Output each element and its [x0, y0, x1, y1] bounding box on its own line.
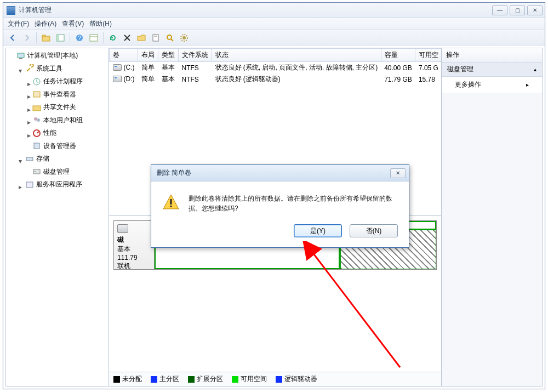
twisty-icon[interactable]: ▾: [17, 66, 24, 76]
svg-rect-14: [18, 53, 24, 58]
search-button[interactable]: [164, 32, 176, 44]
svg-text:?: ?: [78, 35, 81, 41]
col-volume[interactable]: 卷: [110, 49, 138, 62]
menu-file[interactable]: 文件(F): [8, 19, 29, 29]
performance-icon: [32, 129, 41, 138]
legend-swatch-primary: [151, 376, 157, 383]
drive-icon: [113, 64, 122, 71]
svg-rect-18: [33, 106, 41, 111]
tree-shared-folders[interactable]: 共享文件夹: [32, 102, 76, 112]
disk-icon: [32, 167, 41, 176]
legend: 未分配 主分区 扩展分区 可用空间 逻辑驱动器: [109, 372, 441, 386]
col-status[interactable]: 状态: [212, 49, 381, 62]
panel-icon: [56, 33, 65, 42]
device-icon: [32, 141, 41, 150]
computer-icon: [16, 52, 25, 60]
panel-toggle-button[interactable]: [54, 32, 66, 44]
up-button[interactable]: [40, 32, 52, 44]
svg-rect-22: [34, 143, 39, 149]
gear-icon: [180, 33, 189, 42]
yes-button[interactable]: 是(Y): [294, 224, 342, 237]
forward-icon: [22, 33, 31, 42]
confirm-delete-dialog: 删除 简单卷 ✕ 删除此卷将清除其上的所有数据。请在删除之前备份所有希望保留的数…: [151, 164, 409, 248]
tree-device-manager[interactable]: 设备管理器: [32, 141, 76, 151]
toolbar: ?: [3, 30, 545, 46]
table-row[interactable]: (C:) 简单 基本 NTFS 状态良好 (系统, 启动, 页面文件, 活动, …: [110, 62, 442, 74]
back-icon: [8, 33, 17, 42]
svg-rect-17: [33, 92, 40, 97]
actions-section-disk-management[interactable]: 磁盘管理 ▴: [442, 63, 542, 77]
legend-swatch-extended: [188, 376, 195, 383]
svg-rect-8: [153, 35, 158, 41]
svg-rect-1: [42, 35, 45, 37]
refresh-icon: [109, 33, 117, 42]
table-header-row[interactable]: 卷 布局 类型 文件系统 状态 容量 可用空: [110, 49, 442, 62]
properties-button[interactable]: [150, 32, 162, 44]
console-tree-button[interactable]: [88, 32, 100, 44]
tree-event-viewer[interactable]: 事件查看器: [32, 89, 76, 100]
app-icon: [7, 6, 15, 15]
tree-root[interactable]: 计算机管理(本地): [16, 50, 78, 61]
collapse-icon: ▴: [534, 66, 536, 72]
titlebar: 计算机管理 — ▢ ✕: [3, 3, 545, 18]
svg-rect-3: [56, 35, 59, 41]
folder-icon: [42, 33, 50, 42]
menu-view[interactable]: 查看(V): [62, 19, 84, 29]
menu-action[interactable]: 操作(A): [35, 19, 56, 29]
tree-disk-management[interactable]: 磁盘管理: [32, 167, 70, 177]
col-capacity[interactable]: 容量: [381, 49, 415, 62]
no-button[interactable]: 否(N): [350, 224, 398, 237]
minimize-button[interactable]: —: [492, 5, 507, 15]
col-type[interactable]: 类型: [158, 49, 179, 62]
refresh-button[interactable]: [107, 32, 119, 44]
table-row[interactable]: (D:) 简单 基本 NTFS 状态良好 (逻辑驱动器) 71.79 GB 15…: [110, 73, 442, 85]
tree-storage[interactable]: 存储: [25, 154, 49, 164]
drive-icon: [113, 76, 122, 82]
svg-rect-24: [33, 169, 40, 174]
tree-system-tools[interactable]: 系统工具: [25, 64, 62, 74]
svg-line-11: [171, 39, 173, 41]
legend-swatch-unallocated: [113, 376, 120, 383]
help-button[interactable]: ?: [73, 32, 85, 44]
tree-pane[interactable]: 计算机管理(本地) ▾ 系统工具 ▸任务计划程序: [6, 48, 109, 386]
delete-icon: [123, 33, 132, 42]
settings-button[interactable]: [178, 32, 190, 44]
maximize-button[interactable]: ▢: [510, 5, 525, 15]
close-button[interactable]: ✕: [527, 5, 543, 15]
actions-more[interactable]: 更多操作 ▸: [442, 77, 542, 93]
delete-button[interactable]: [121, 32, 133, 44]
svg-rect-6: [90, 35, 98, 41]
tools-icon: [25, 64, 34, 73]
disk-mini-icon: [117, 224, 128, 233]
services-icon: [25, 180, 34, 189]
dialog-close-button[interactable]: ✕: [390, 168, 406, 178]
share-icon: [32, 103, 41, 112]
open-button[interactable]: [135, 32, 147, 44]
dialog-message: 删除此卷将清除其上的所有数据。请在删除之前备份所有希望保留的数据。您想继续吗?: [189, 194, 398, 213]
svg-rect-29: [170, 206, 172, 207]
menu-help[interactable]: 帮助(H): [89, 19, 112, 29]
dialog-title: 删除 简单卷: [155, 168, 390, 178]
svg-rect-23: [26, 157, 33, 161]
users-icon: [32, 116, 41, 124]
tree-task-scheduler[interactable]: 任务计划程序: [32, 76, 83, 87]
svg-rect-26: [26, 182, 33, 188]
chevron-right-icon: ▸: [526, 82, 529, 88]
tree-local-users[interactable]: 本地用户和组: [32, 115, 83, 126]
tree-services-apps[interactable]: 服务和应用程序: [25, 179, 82, 190]
col-fs[interactable]: 文件系统: [179, 49, 212, 62]
properties-icon: [151, 33, 160, 42]
tree-performance[interactable]: 性能: [32, 128, 56, 138]
twisty-icon[interactable]: ▾: [17, 156, 24, 167]
svg-rect-15: [19, 58, 22, 59]
col-layout[interactable]: 布局: [138, 49, 158, 62]
forward-button[interactable]: [21, 32, 33, 44]
event-icon: [32, 90, 41, 99]
dialog-titlebar[interactable]: 删除 简单卷 ✕: [151, 165, 409, 181]
col-free[interactable]: 可用空: [415, 49, 441, 62]
back-button[interactable]: [7, 32, 19, 44]
svg-point-25: [35, 171, 36, 172]
twisty-icon[interactable]: ▸: [17, 182, 24, 192]
clock-icon: [32, 77, 41, 86]
disk-info[interactable]: 磁 基本 111.79 联机: [114, 221, 155, 269]
